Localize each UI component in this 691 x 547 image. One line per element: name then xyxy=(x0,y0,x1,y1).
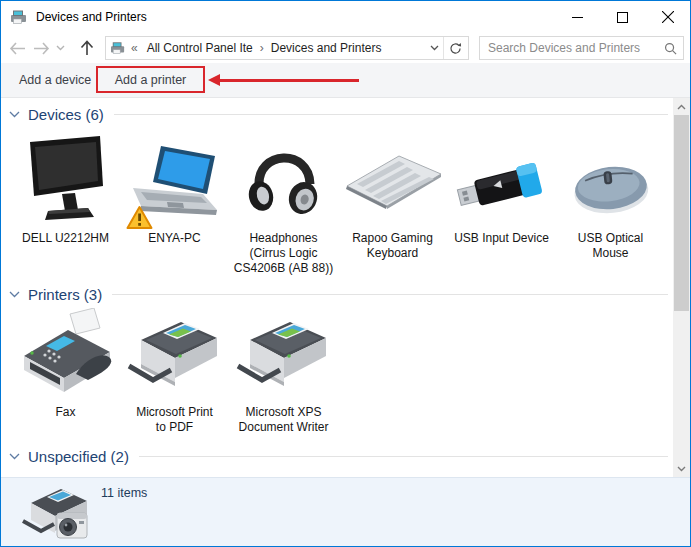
section-title: Unspecified (2) xyxy=(28,448,129,465)
status-item-count: 11 items xyxy=(101,486,147,500)
printer-icon xyxy=(234,316,334,400)
devices-and-printers-window: Devices and Printers « All Control Panel… xyxy=(0,0,691,547)
section-divider xyxy=(112,294,668,295)
device-label: DELL U2212HM xyxy=(22,231,109,246)
vertical-scrollbar[interactable] xyxy=(673,98,690,477)
monitor-icon xyxy=(20,134,112,226)
usb-drive-icon xyxy=(454,156,550,222)
device-label: USB OpticalMouse xyxy=(578,231,643,261)
details-pane: 11 items xyxy=(1,477,690,546)
breadcrumb-overflow[interactable]: « xyxy=(131,41,138,55)
multifunction-device-icon xyxy=(21,483,95,547)
window-title: Devices and Printers xyxy=(36,10,147,24)
device-tile-dell-monitor[interactable]: DELL U2212HM xyxy=(11,126,120,276)
printer-icon xyxy=(125,316,225,400)
command-bar: Add a device Add a printer ? xyxy=(1,63,690,98)
up-icon[interactable] xyxy=(75,36,99,60)
devices-and-printers-icon xyxy=(10,9,28,25)
minimize-button[interactable] xyxy=(555,1,600,33)
device-tile-enya-pc[interactable]: ENYA-PC xyxy=(120,126,229,276)
headphones-icon xyxy=(244,138,324,226)
printer-tile-fax[interactable]: Fax xyxy=(11,308,120,435)
device-label: Rapoo GamingKeyboard xyxy=(352,231,433,261)
collapse-chevron-icon[interactable] xyxy=(9,450,21,462)
add-printer-button[interactable]: Add a printer xyxy=(115,73,187,87)
address-bar[interactable]: « All Control Panel Ite › Devices and Pr… xyxy=(105,36,469,60)
address-chevron-down-icon[interactable] xyxy=(425,37,443,59)
keyboard-icon xyxy=(341,150,445,214)
printer-label: Fax xyxy=(55,405,75,420)
section-title: Devices (6) xyxy=(28,106,104,123)
window-controls xyxy=(555,1,690,33)
search-box xyxy=(479,36,684,60)
printer-tile-xps-writer[interactable]: Microsoft XPSDocument Writer xyxy=(229,308,338,435)
printer-label: Microsoft XPSDocument Writer xyxy=(239,405,329,435)
collapse-chevron-icon[interactable] xyxy=(9,288,21,300)
navigation-bar: « All Control Panel Ite › Devices and Pr… xyxy=(1,33,690,63)
recent-pages-chevron-icon[interactable] xyxy=(53,36,67,60)
item-list-area: Devices (6) DELL U2212HM E xyxy=(1,98,690,477)
device-tile-usb-mouse[interactable]: USB OpticalMouse xyxy=(556,126,665,276)
add-device-button[interactable]: Add a device xyxy=(19,63,91,97)
maximize-button[interactable] xyxy=(600,1,645,33)
search-input[interactable] xyxy=(480,38,657,58)
scroll-down-icon[interactable] xyxy=(673,460,690,477)
device-tile-keyboard[interactable]: Rapoo GamingKeyboard xyxy=(338,126,447,276)
section-header-devices[interactable]: Devices (6) xyxy=(9,104,668,124)
breadcrumb-item-control-panel[interactable]: All Control Panel Ite xyxy=(144,41,256,55)
device-tile-usb-input[interactable]: USB Input Device xyxy=(447,126,556,276)
breadcrumb-separator: › xyxy=(256,41,268,55)
printers-tile-row: Fax Microsoft Printto PDF Microsoft XPSD… xyxy=(11,308,338,435)
scroll-up-icon[interactable] xyxy=(673,98,690,115)
warning-icon xyxy=(126,205,153,230)
close-button[interactable] xyxy=(645,1,690,33)
mouse-icon xyxy=(568,158,654,222)
fax-icon xyxy=(18,308,114,400)
refresh-icon[interactable] xyxy=(444,37,466,59)
section-divider xyxy=(139,456,668,457)
collapse-chevron-icon[interactable] xyxy=(9,108,21,120)
search-icon[interactable] xyxy=(657,42,683,55)
title-bar: Devices and Printers xyxy=(1,1,690,33)
location-icon xyxy=(110,41,126,55)
device-tile-headphones[interactable]: Headphones(Cirrus LogicCS4206B (AB 88)) xyxy=(229,126,338,276)
annotation-highlight-box: Add a printer xyxy=(96,66,205,93)
forward-icon[interactable] xyxy=(29,36,53,60)
device-label: USB Input Device xyxy=(454,231,549,246)
scrollbar-thumb[interactable] xyxy=(674,115,689,311)
device-label: ENYA-PC xyxy=(148,231,200,246)
section-title: Printers (3) xyxy=(28,286,102,303)
section-header-unspecified[interactable]: Unspecified (2) xyxy=(9,446,668,466)
device-label: Headphones(Cirrus LogicCS4206B (AB 88)) xyxy=(234,231,333,276)
printer-tile-print-to-pdf[interactable]: Microsoft Printto PDF xyxy=(120,308,229,435)
breadcrumb-item-devices-printers[interactable]: Devices and Printers xyxy=(268,41,385,55)
printer-label: Microsoft Printto PDF xyxy=(136,405,213,435)
section-header-printers[interactable]: Printers (3) xyxy=(9,284,668,304)
devices-tile-row: DELL U2212HM ENYA-PC Headphones(Cirru xyxy=(11,126,665,276)
back-icon[interactable] xyxy=(5,36,29,60)
section-divider xyxy=(114,114,668,115)
